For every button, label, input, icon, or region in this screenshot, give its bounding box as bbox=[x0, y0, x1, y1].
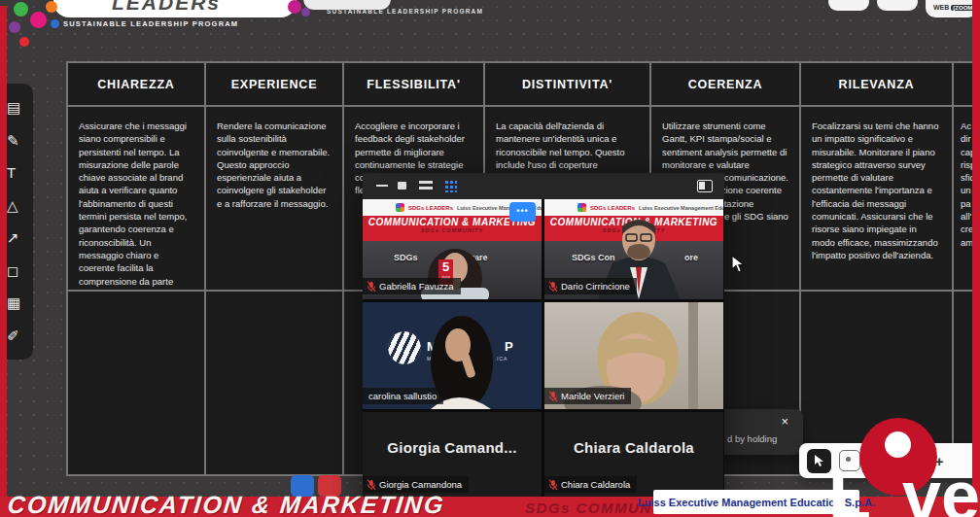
sdg-logo-icon bbox=[9, 21, 20, 33]
web-label: WEB bbox=[933, 4, 949, 11]
board-top-button[interactable] bbox=[828, 0, 869, 11]
mic-off-icon bbox=[548, 281, 558, 293]
column-header: COERENZA bbox=[651, 63, 799, 105]
participant-grid: SDGs LEADERs Luiss Executive Management … bbox=[363, 199, 724, 517]
participant-display-name: Giorgia Camand... bbox=[363, 439, 542, 456]
mic-off-icon bbox=[367, 479, 376, 491]
web-zoom-label: WEB [ZOOM] bbox=[933, 4, 976, 11]
minimize-icon[interactable] bbox=[376, 185, 388, 187]
more-options-button[interactable]: ••• bbox=[509, 202, 536, 222]
layout-icon[interactable] bbox=[697, 180, 713, 192]
column-header: FLESSIBILITA' bbox=[344, 63, 483, 105]
board-left-red-border bbox=[0, 6, 7, 517]
gallery-view-icon[interactable] bbox=[444, 180, 457, 192]
sdg-logo-icon bbox=[19, 37, 29, 47]
sdg-logo-icon bbox=[51, 19, 59, 28]
table-empty-cell bbox=[68, 292, 204, 474]
table-cell-rilevanza: Focalizzarsi su temi che hanno un impatt… bbox=[801, 107, 952, 290]
shapes-tool-icon[interactable]: △ bbox=[7, 198, 18, 213]
mouse-cursor-icon bbox=[731, 255, 747, 274]
sdg-logo-icon bbox=[46, 1, 57, 13]
restore-icon[interactable] bbox=[398, 182, 406, 190]
table-tool-icon[interactable]: ▦ bbox=[7, 295, 20, 310]
participant-name: carolina sallustio bbox=[368, 391, 437, 401]
stack-view-icon[interactable] bbox=[419, 181, 433, 184]
table-cell-experience: Rendere la comunicazione sulla sostenibi… bbox=[206, 107, 342, 290]
participant-name: Chiara Caldarola bbox=[561, 479, 630, 490]
participant-name-label: Chiara Caldarola bbox=[544, 476, 637, 493]
brand-subtitle: SUSTAINABLE LEADERSHIP PROGRAM bbox=[63, 19, 238, 28]
hint-text: d by holding bbox=[727, 433, 777, 444]
participant-name-label: Gabriella Favuzza bbox=[363, 278, 461, 294]
participant-name: Gabriella Favuzza bbox=[379, 281, 454, 292]
participant-tile[interactable]: Marilde Verzieri bbox=[544, 302, 723, 409]
table-cell-chiarezza: Assicurare che i messaggi siano comprens… bbox=[68, 107, 204, 290]
table-empty-cell bbox=[206, 292, 342, 474]
mini-brand-label: SDGs LEADERs bbox=[408, 205, 453, 211]
live-letters: ve bbox=[902, 461, 980, 517]
brand-banner: LEADERs bbox=[53, 0, 297, 17]
arrow-tool-icon[interactable]: ↗ bbox=[7, 230, 19, 245]
call-titlebar[interactable] bbox=[363, 173, 724, 199]
participant-name-label: Marilde Verzieri bbox=[544, 388, 631, 404]
column-header: CHIAREZZA bbox=[68, 63, 204, 105]
sticky-note-tool-icon[interactable]: ◻ bbox=[7, 263, 18, 278]
pen-tool-icon[interactable]: ✎ bbox=[7, 133, 19, 148]
participant-name-label: carolina sallustio bbox=[363, 388, 443, 404]
mic-off-icon bbox=[367, 281, 376, 293]
column-header: RILEVANZA bbox=[801, 63, 952, 105]
mic-off-icon bbox=[548, 479, 558, 491]
badge-number: 5 bbox=[438, 259, 453, 275]
video-call-window[interactable]: SDGs LEADERs Luiss Executive Management … bbox=[363, 173, 724, 517]
frame-tool-icon[interactable]: ▤ bbox=[7, 100, 20, 115]
participant-tile[interactable]: SDGs LEADERs Luiss Executive Management … bbox=[544, 199, 723, 299]
event-banner-title: COMMUNICATION & MARKETING bbox=[6, 491, 446, 517]
close-icon[interactable]: × bbox=[781, 414, 788, 429]
participant-tile[interactable]: MA P MAG ICA carolina sallustio bbox=[363, 302, 542, 409]
board-top-button[interactable] bbox=[877, 0, 918, 11]
participant-tile[interactable]: SDGs LEADERs Luiss Executive Management … bbox=[363, 199, 542, 299]
participant-name: Dario Cirrincione bbox=[561, 281, 630, 292]
sdg-logo-small-icon bbox=[288, 0, 301, 14]
column-header: EXPERIENCE bbox=[206, 63, 342, 105]
whiteboard-canvas[interactable]: LEADERs SUSTAINABLE LEADERSHIP PROGRAM S… bbox=[0, 0, 980, 517]
hand-cursor-icon bbox=[814, 454, 825, 467]
participant-name: Giorgia Camandona bbox=[379, 479, 462, 490]
mic-off-icon bbox=[548, 391, 558, 402]
column-header: DISTINTIVITA' bbox=[485, 63, 649, 105]
sdg-logo-small-icon bbox=[301, 8, 310, 17]
sdg-logo-icon bbox=[30, 12, 47, 28]
live-badge: L ve bbox=[828, 424, 980, 517]
participant-name-label: Dario Cirrincione bbox=[544, 278, 637, 294]
text-tool-icon[interactable]: T bbox=[7, 165, 16, 180]
participant-name: Marilde Verzieri bbox=[561, 391, 624, 401]
brand-title: LEADERs bbox=[112, 0, 221, 15]
participant-display-name: Chiara Caldarola bbox=[544, 439, 723, 456]
sdg-logo-icon bbox=[14, 2, 28, 17]
sdg-leaders-mini-logo-icon bbox=[396, 203, 404, 212]
draw-tool-icon[interactable]: ✐ bbox=[7, 328, 19, 343]
brand-subtitle-2: SUSTAINABLE LEADERSHIP PROGRAM bbox=[327, 8, 483, 15]
